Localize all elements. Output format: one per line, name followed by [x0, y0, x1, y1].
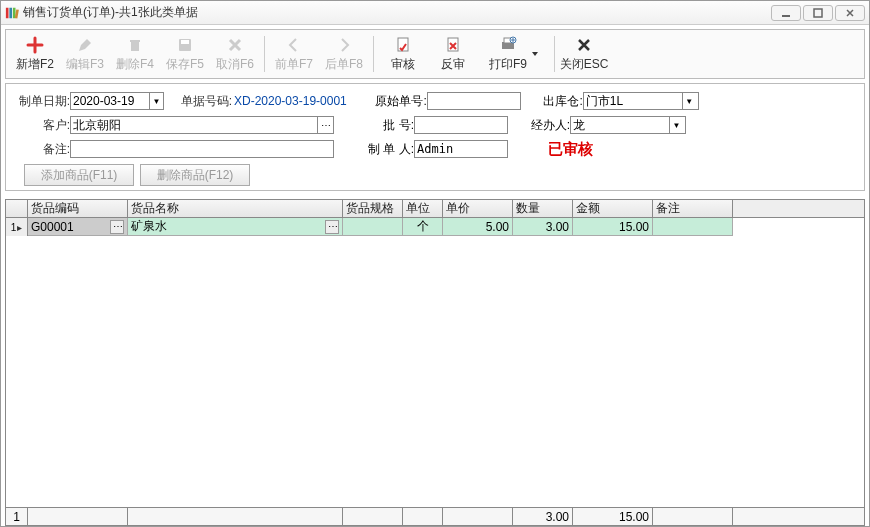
col-price[interactable]: 单价	[443, 200, 513, 217]
cell-name[interactable]: 矿泉水 ⋯	[128, 218, 343, 236]
cell-remark[interactable]	[653, 218, 733, 236]
handler-input[interactable]	[571, 117, 669, 133]
col-remark[interactable]: 备注	[653, 200, 733, 217]
chevron-down-icon[interactable]	[531, 47, 539, 61]
save-label: 保存F5	[166, 56, 204, 73]
footer-amount: 15.00	[573, 508, 653, 525]
close-button[interactable]	[835, 5, 865, 21]
audit-icon	[393, 35, 413, 55]
save-button[interactable]: 保存F5	[160, 32, 210, 76]
grid-body[interactable]: 1 G00001 ⋯ 矿泉水 ⋯ 个 5.00 3.00 15.00	[6, 218, 864, 507]
col-amount[interactable]: 金额	[573, 200, 653, 217]
handler-combo[interactable]: ▼	[570, 116, 686, 134]
handler-label: 经办人:	[520, 117, 570, 134]
svg-rect-6	[131, 42, 139, 51]
footer-idx: 1	[6, 508, 28, 525]
footer-blank	[128, 508, 343, 525]
unaudit-label: 反审	[441, 56, 465, 73]
delete-button[interactable]: 删除F4	[110, 32, 160, 76]
cell-amount[interactable]: 15.00	[573, 218, 653, 236]
minimize-button[interactable]	[771, 5, 801, 21]
item-action-buttons: 添加商品(F11) 删除商品(F12)	[24, 164, 856, 186]
arrow-left-icon	[284, 35, 304, 55]
next-label: 后单F8	[325, 56, 363, 73]
audit-button[interactable]: 审核	[378, 32, 428, 76]
close-window-button[interactable]: 关闭ESC	[559, 32, 609, 76]
ellipsis-icon[interactable]: ⋯	[110, 220, 124, 234]
maximize-button[interactable]	[803, 5, 833, 21]
table-row[interactable]: 1 G00001 ⋯ 矿泉水 ⋯ 个 5.00 3.00 15.00	[6, 218, 864, 236]
footer-blank	[28, 508, 128, 525]
date-input[interactable]	[71, 93, 149, 109]
orig-input[interactable]	[427, 92, 521, 110]
ellipsis-icon[interactable]: ⋯	[325, 220, 339, 234]
edit-button[interactable]: 编辑F3	[60, 32, 110, 76]
col-qty[interactable]: 数量	[513, 200, 573, 217]
col-spec[interactable]: 货品规格	[343, 200, 403, 217]
next-button[interactable]: 后单F8	[319, 32, 369, 76]
date-field[interactable]: ▼	[70, 92, 164, 110]
remark-input[interactable]	[70, 140, 334, 158]
customer-input[interactable]	[71, 117, 317, 133]
toolbar-separator	[554, 36, 555, 72]
cell-qty[interactable]: 3.00	[513, 218, 573, 236]
cell-unit[interactable]: 个	[403, 218, 443, 236]
svg-rect-11	[448, 38, 458, 51]
footer-blank	[403, 508, 443, 525]
cell-price[interactable]: 5.00	[443, 218, 513, 236]
svg-rect-0	[6, 7, 9, 18]
prev-button[interactable]: 前单F7	[269, 32, 319, 76]
new-button[interactable]: 新增F2	[10, 32, 60, 76]
unaudit-button[interactable]: 反审	[428, 32, 478, 76]
warehouse-combo[interactable]: ▼	[583, 92, 699, 110]
chevron-down-icon[interactable]: ▼	[149, 93, 163, 109]
chevron-down-icon[interactable]: ▼	[682, 93, 696, 109]
wh-label: 出库仓:	[533, 93, 583, 110]
delete-item-button[interactable]: 删除商品(F12)	[140, 164, 250, 186]
close-icon	[574, 35, 594, 55]
save-icon	[175, 35, 195, 55]
cell-code[interactable]: G00001 ⋯	[28, 218, 128, 236]
footer-qty: 3.00	[513, 508, 573, 525]
form-panel: 制单日期: ▼ 单据号码: XD-2020-03-19-0001 原始单号: 出…	[5, 83, 865, 191]
audit-label: 审核	[391, 56, 415, 73]
unaudit-icon	[443, 35, 463, 55]
maker-input[interactable]	[414, 140, 508, 158]
close-label: 关闭ESC	[560, 56, 609, 73]
ellipsis-icon[interactable]: ⋯	[317, 117, 333, 133]
svg-rect-1	[9, 7, 12, 18]
cell-spec[interactable]	[343, 218, 403, 236]
batch-label: 批 号:	[356, 117, 414, 134]
toolbar-separator	[264, 36, 265, 72]
window-controls	[771, 5, 865, 21]
cancel-label: 取消F6	[216, 56, 254, 73]
row-indicator[interactable]: 1	[6, 218, 28, 236]
print-label: 打印F9	[489, 56, 527, 73]
footer-blank	[443, 508, 513, 525]
plus-icon	[25, 35, 45, 55]
cancel-button[interactable]: 取消F6	[210, 32, 260, 76]
col-name[interactable]: 货品名称	[128, 200, 343, 217]
titlebar-left: 销售订货单(订单)-共1张此类单据	[5, 4, 198, 21]
app-icon	[5, 6, 19, 20]
cust-label: 客户:	[14, 117, 70, 134]
batch-input[interactable]	[414, 116, 508, 134]
row-header-corner	[6, 200, 28, 217]
print-button[interactable]: 打印F9	[478, 32, 550, 76]
docno-value: XD-2020-03-19-0001	[234, 94, 347, 108]
footer-blank	[653, 508, 733, 525]
toolbar: 新增F2 编辑F3 删除F4 保存F5 取消F6	[5, 29, 865, 79]
items-grid: 货品编码 货品名称 货品规格 单位 单价 数量 金额 备注 1 G00001 ⋯…	[5, 199, 865, 526]
date-label: 制单日期:	[14, 93, 70, 110]
chevron-down-icon[interactable]: ▼	[669, 117, 683, 133]
warehouse-input[interactable]	[584, 93, 682, 109]
print-icon	[498, 35, 518, 55]
delete-label: 删除F4	[116, 56, 154, 73]
toolbar-separator	[373, 36, 374, 72]
add-item-button[interactable]: 添加商品(F11)	[24, 164, 134, 186]
pencil-icon	[75, 35, 95, 55]
prev-label: 前单F7	[275, 56, 313, 73]
col-unit[interactable]: 单位	[403, 200, 443, 217]
customer-lookup[interactable]: ⋯	[70, 116, 334, 134]
col-code[interactable]: 货品编码	[28, 200, 128, 217]
